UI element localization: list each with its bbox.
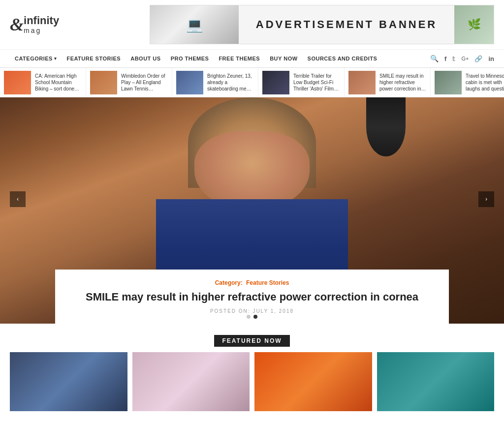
slider-face [194,131,310,210]
nav-item-sources-credits[interactable]: SOURCES AND CREDITS [303,50,382,67]
featured-label-text: Featured Now [214,335,289,347]
card-image-4 [377,352,495,411]
card-3[interactable] [254,352,372,411]
ad-banner-image: 💻 [150,5,239,44]
slider-dot-2[interactable] [253,315,257,319]
ticker-item-4[interactable]: Terrible Trailer for Low Budget Sci-Fi T… [258,68,345,97]
twitter-icon[interactable]: 𝕥 [452,55,455,62]
ticker-title-6: Travel to Minnesota cabin is met with la… [466,73,504,92]
google-plus-icon[interactable]: G+ [461,56,469,61]
slider-next-button[interactable]: › [478,191,494,207]
nav-links: CATEGORIES FEATURE STORIES ABOUT US PRO … [10,50,382,67]
advertisement-banner: 💻 ADVERTISEMENT BANNER 🌿 [150,5,494,44]
slider-article-title[interactable]: SMILE may result in higher refractive po… [70,290,434,304]
news-ticker: CA: American High School Mountain Biking… [0,68,504,97]
featured-cards [0,352,504,411]
card-image-3 [254,352,372,411]
slider-category-link[interactable]: Feature Stories [246,279,289,286]
ad-banner-right-image: 🌿 [454,5,494,44]
linkedin-icon[interactable]: in [488,55,494,62]
search-icon[interactable]: 🔍 [430,55,439,63]
ticker-image-5 [348,71,376,94]
ticker-item-3[interactable]: Brighton Zeuner, 13, already a skateboar… [172,68,258,97]
ticker-image-3 [176,71,203,94]
logo-name: infinity [24,15,59,27]
ticker-item-6[interactable]: Travel to Minnesota cabin is met with la… [431,68,504,97]
ticker-item-5[interactable]: SMILE may result in higher refractive po… [345,68,431,97]
link-icon[interactable]: 🔗 [474,55,482,62]
slider-date: POSTED ON: JULY 1, 2018 [70,308,434,314]
slider-prev-button[interactable]: ‹ [10,191,26,207]
nav-item-feature-stories[interactable]: FEATURE STORIES [62,50,126,67]
nav-social-icons: 🔍 f 𝕥 G+ 🔗 in [430,55,494,63]
ticker-image-4 [262,71,289,94]
slider-lamp [366,97,406,156]
nav-item-about-us[interactable]: ABOUT US [126,50,165,67]
logo-ampersand: & [10,14,24,35]
card-4[interactable] [377,352,495,411]
ticker-title-4: Terrible Trailer for Low Budget Sci-Fi T… [293,73,340,92]
ticker-title-1: CA: American High School Mountain Biking… [35,73,82,92]
nav-item-pro-themes[interactable]: PRO THEMES [166,50,214,67]
slider-dot-1[interactable] [247,315,251,319]
facebook-icon[interactable]: f [444,55,446,62]
slider-prev-icon: ‹ [17,195,19,203]
nav-item-free-themes[interactable]: FREE THEMES [214,50,265,67]
ticker-image-1 [4,71,31,94]
ad-banner-text: ADVERTISEMENT BANNER [239,18,454,31]
nav-item-buy-now[interactable]: BUY NOW [265,50,302,67]
ticker-title-5: SMILE may result in higher refractive po… [379,73,426,92]
card-2[interactable] [132,352,250,411]
ticker-title-3: Brighton Zeuner, 13, already a skateboar… [207,73,254,92]
navigation: CATEGORIES FEATURE STORIES ABOUT US PRO … [0,50,504,68]
featured-section-label: Featured Now [0,336,504,345]
logo-text-group: infinity mag [24,15,59,34]
ticker-item-2[interactable]: Wimbledon Order of Play – All England La… [86,68,172,97]
logo-mag: mag [24,27,59,34]
ad-banner-inner: 💻 ADVERTISEMENT BANNER 🌿 [150,5,494,44]
nav-item-categories[interactable]: CATEGORIES [10,50,62,67]
hero-slider: ‹ › Category: Feature Stories SMILE may … [0,97,504,324]
card-image-2 [132,352,250,411]
card-1[interactable] [10,352,127,411]
ticker-image-6 [435,71,462,94]
ticker-image-2 [90,71,117,94]
slider-category-label: Category: [215,279,243,286]
ticker-title-2: Wimbledon Order of Play – All England La… [121,73,168,92]
ticker-item-1[interactable]: CA: American High School Mountain Biking… [0,68,86,97]
logo[interactable]: & infinity mag [10,14,59,35]
card-image-1 [10,352,127,411]
header: & infinity mag 💻 ADVERTISEMENT BANNER 🌿 [0,0,504,50]
slider-next-icon: › [485,195,488,203]
slider-dots [247,315,257,319]
slider-category: Category: Feature Stories [70,279,434,286]
